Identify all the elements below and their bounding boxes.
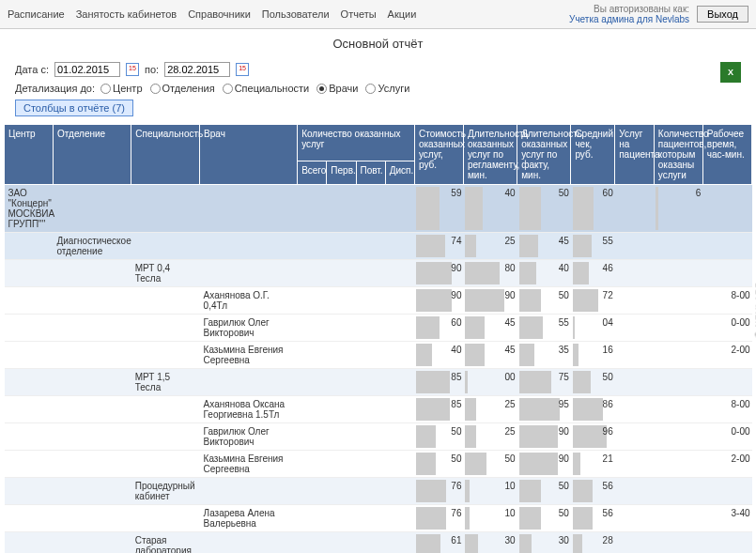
th-spec: Специальность — [131, 125, 200, 185]
center-cell — [5, 423, 54, 451]
radio-icon — [150, 84, 161, 94]
doctor-cell: Казьмина Евгения Сергеевна — [200, 342, 298, 369]
columns-button[interactable]: Столбцы в отчёте (7) — [15, 100, 133, 116]
value-cell — [356, 233, 385, 260]
value-cell — [298, 369, 327, 396]
spec-cell — [131, 185, 200, 233]
value-cell: 6 — [654, 185, 702, 233]
radio-option[interactable]: Врачи — [316, 83, 358, 94]
table-row: Аханянова Оксана Георгиевна 1.5Тл8525958… — [5, 396, 752, 423]
calendar-icon[interactable] — [236, 63, 249, 76]
spec-cell — [131, 505, 200, 532]
value-cell — [327, 451, 356, 478]
value-cell: 50 — [517, 478, 571, 505]
worktime-cell — [702, 260, 751, 287]
value-cell: 90 — [414, 260, 463, 287]
doctor-cell: Лазарева Алена Валерьевна — [200, 505, 298, 532]
value-cell — [356, 451, 385, 478]
table-row: Гаврилюк Олег Викторович502590960-00 — [5, 423, 752, 451]
value-cell: 50 — [571, 369, 615, 396]
worktime-cell: 0-00 — [702, 423, 751, 451]
menu-item[interactable]: Справочники — [188, 8, 251, 20]
radio-option[interactable]: Специальности — [223, 83, 310, 94]
spec-cell — [131, 315, 200, 342]
value-cell — [298, 342, 327, 369]
value-cell — [385, 315, 414, 342]
calendar-icon[interactable] — [126, 63, 139, 76]
menu-item[interactable]: Пользователи — [262, 8, 330, 20]
doctor-cell — [200, 185, 298, 233]
spec-cell — [131, 233, 200, 260]
value-cell: 04 — [571, 315, 615, 342]
value-cell — [385, 287, 414, 315]
dept-cell — [54, 287, 131, 315]
value-cell: 46 — [571, 260, 615, 287]
value-cell — [298, 185, 327, 233]
value-cell — [615, 505, 655, 532]
value-cell — [385, 451, 414, 478]
radio-option[interactable]: Услуги — [365, 83, 409, 94]
export-excel-icon[interactable]: X — [720, 62, 741, 83]
worktime-cell — [702, 233, 751, 260]
value-cell: 90 — [517, 451, 571, 478]
table-row: Аханянова О.Г. 0,4Тл909050728-00 — [5, 287, 752, 315]
value-cell: 55 — [571, 233, 615, 260]
main-menu: РасписаниеЗанятость кабинетовСправочники… — [8, 8, 416, 20]
value-cell — [654, 423, 702, 451]
value-cell: 00 — [463, 369, 517, 396]
spec-cell — [131, 342, 200, 369]
center-cell — [5, 396, 54, 423]
center-cell — [5, 342, 54, 369]
value-cell — [327, 532, 356, 554]
value-cell — [356, 423, 385, 451]
value-cell — [356, 532, 385, 554]
value-cell: 10 — [463, 478, 517, 505]
value-cell: 30 — [463, 532, 517, 554]
value-cell: 61 — [414, 532, 463, 554]
report-title: Основной отчёт — [0, 29, 756, 58]
menu-item[interactable]: Расписание — [8, 8, 65, 20]
center-cell: ЗАО "Концерн" МОСКВИА ГРУПП"" — [5, 185, 54, 233]
center-cell — [5, 478, 54, 505]
worktime-cell: 0-00 — [702, 315, 751, 342]
radio-icon — [316, 84, 327, 94]
dept-cell — [54, 342, 131, 369]
table-row: Лазарева Алена Валерьевна761050563-40 — [5, 505, 752, 532]
th-patients: Количество пациентов, которым оказаны ус… — [654, 125, 702, 185]
th-qty-disp: Дисп. — [385, 161, 414, 184]
logout-button[interactable]: Выход — [697, 6, 748, 23]
value-cell — [385, 423, 414, 451]
center-cell — [5, 532, 54, 554]
value-cell — [298, 423, 327, 451]
radio-option[interactable]: Центр — [100, 83, 143, 94]
table-row: Казьмина Евгения Сергеевна404535162-00 — [5, 342, 752, 369]
date-from-input[interactable] — [54, 62, 120, 77]
value-cell: 85 — [414, 369, 463, 396]
date-to-input[interactable] — [164, 62, 230, 77]
value-cell: 85 — [414, 396, 463, 423]
value-cell — [356, 287, 385, 315]
value-cell — [356, 369, 385, 396]
menu-item[interactable]: Акции — [388, 8, 417, 20]
value-cell: 50 — [517, 287, 571, 315]
value-cell — [327, 369, 356, 396]
value-cell: 95 — [517, 396, 571, 423]
radio-option[interactable]: Отделения — [150, 83, 215, 94]
value-cell — [356, 315, 385, 342]
value-cell — [615, 342, 655, 369]
doctor-cell: Аханянова Оксана Георгиевна 1.5Тл — [200, 396, 298, 423]
value-cell: 45 — [517, 233, 571, 260]
value-cell — [615, 478, 655, 505]
th-qty-prim: Перв. — [327, 161, 356, 184]
value-cell: 40 — [414, 342, 463, 369]
value-cell: 50 — [414, 423, 463, 451]
value-cell — [654, 369, 702, 396]
table-row: МРТ 1,5 Тесла85007550 — [5, 369, 752, 396]
value-cell — [385, 185, 414, 233]
value-cell — [385, 478, 414, 505]
menu-item[interactable]: Отчеты — [341, 8, 377, 20]
dept-cell — [54, 532, 131, 554]
value-cell: 25 — [463, 423, 517, 451]
menu-item[interactable]: Занятость кабинетов — [76, 8, 177, 20]
value-cell: 35 — [517, 342, 571, 369]
